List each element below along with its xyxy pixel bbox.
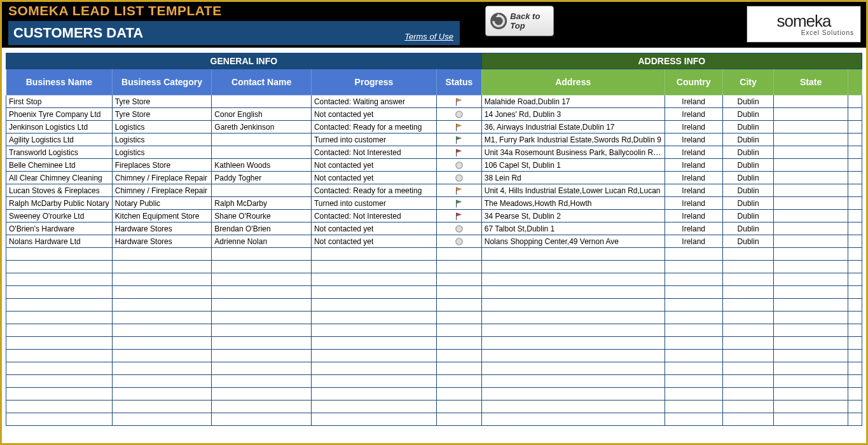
empty-cell[interactable] xyxy=(848,261,862,273)
cell-category[interactable]: Fireplaces Store xyxy=(112,159,212,172)
cell-address[interactable]: The Meadows,Howth Rd,Howth xyxy=(481,197,665,210)
empty-cell[interactable] xyxy=(212,400,312,413)
table-row[interactable]: Jenkinson Logistics LtdLogisticsGareth J… xyxy=(6,121,862,134)
col-status[interactable]: Status xyxy=(436,69,481,95)
cell-extra[interactable] xyxy=(848,95,862,108)
cell-city[interactable]: Dublin xyxy=(722,108,774,121)
empty-cell[interactable] xyxy=(722,261,774,273)
empty-cell[interactable] xyxy=(481,413,665,426)
cell-contact[interactable]: Paddy Togher xyxy=(212,172,312,184)
table-row[interactable]: Lucan Stoves & FireplacesChimney / Firep… xyxy=(6,184,862,197)
cell-progress[interactable]: Contacted: Ready for a meeting xyxy=(311,121,436,134)
col-progress[interactable]: Progress xyxy=(311,69,436,95)
empty-cell[interactable] xyxy=(6,400,113,413)
table-row-empty[interactable] xyxy=(6,337,862,350)
table-row-empty[interactable] xyxy=(6,400,862,413)
empty-cell[interactable] xyxy=(212,350,312,362)
cell-state[interactable] xyxy=(774,184,848,197)
empty-cell[interactable] xyxy=(481,337,665,350)
cell-city[interactable]: Dublin xyxy=(722,172,774,184)
table-row[interactable]: Phoenix Tyre Company LtdTyre StoreConor … xyxy=(6,108,862,121)
cell-contact[interactable] xyxy=(212,184,312,197)
empty-cell[interactable] xyxy=(481,375,665,388)
terms-link[interactable]: Terms of Use xyxy=(404,32,453,41)
cell-progress[interactable]: Contacted: Not Interested xyxy=(311,146,436,159)
empty-cell[interactable] xyxy=(6,286,113,299)
table-row-empty[interactable] xyxy=(6,286,862,299)
empty-cell[interactable] xyxy=(212,299,312,312)
empty-cell[interactable] xyxy=(774,337,848,350)
cell-category[interactable]: Logistics xyxy=(112,121,212,134)
cell-city[interactable]: Dublin xyxy=(722,159,774,172)
col-city[interactable]: City xyxy=(722,69,774,95)
empty-cell[interactable] xyxy=(311,312,436,324)
empty-cell[interactable] xyxy=(212,388,312,400)
empty-cell[interactable] xyxy=(774,299,848,312)
cell-business-name[interactable]: Nolans Hardware Ltd xyxy=(6,235,113,248)
empty-cell[interactable] xyxy=(848,299,862,312)
empty-cell[interactable] xyxy=(848,400,862,413)
empty-cell[interactable] xyxy=(848,413,862,426)
empty-cell[interactable] xyxy=(481,299,665,312)
empty-cell[interactable] xyxy=(212,362,312,375)
cell-contact[interactable]: Brendan O'Brien xyxy=(212,222,312,235)
empty-cell[interactable] xyxy=(774,375,848,388)
cell-extra[interactable] xyxy=(848,210,862,222)
table-row[interactable]: First StopTyre StoreContacted: Waiting a… xyxy=(6,95,862,108)
table-row[interactable]: Sweeney O'rourke LtdKitchen Equipment St… xyxy=(6,210,862,222)
empty-cell[interactable] xyxy=(112,273,212,286)
empty-cell[interactable] xyxy=(112,350,212,362)
table-row-empty[interactable] xyxy=(6,362,862,375)
cell-extra[interactable] xyxy=(848,184,862,197)
empty-cell[interactable] xyxy=(722,400,774,413)
brand-logo[interactable]: someka Excel Solutions xyxy=(747,6,861,43)
cell-state[interactable] xyxy=(774,146,848,159)
empty-cell[interactable] xyxy=(212,312,312,324)
empty-cell[interactable] xyxy=(112,375,212,388)
empty-cell[interactable] xyxy=(722,312,774,324)
table-row[interactable]: Agility Logistics LtdLogisticsTurned int… xyxy=(6,134,862,146)
cell-city[interactable]: Dublin xyxy=(722,146,774,159)
cell-extra[interactable] xyxy=(848,159,862,172)
cell-city[interactable]: Dublin xyxy=(722,134,774,146)
empty-cell[interactable] xyxy=(665,273,722,286)
empty-cell[interactable] xyxy=(311,350,436,362)
empty-cell[interactable] xyxy=(112,299,212,312)
empty-cell[interactable] xyxy=(436,400,481,413)
cell-category[interactable]: Chimney / Fireplace Repair xyxy=(112,184,212,197)
empty-cell[interactable] xyxy=(311,299,436,312)
cell-city[interactable]: Dublin xyxy=(722,210,774,222)
empty-cell[interactable] xyxy=(665,312,722,324)
empty-cell[interactable] xyxy=(6,375,113,388)
cell-progress[interactable]: Not contacted yet xyxy=(311,108,436,121)
cell-category[interactable]: Logistics xyxy=(112,146,212,159)
empty-cell[interactable] xyxy=(665,400,722,413)
empty-cell[interactable] xyxy=(481,388,665,400)
empty-cell[interactable] xyxy=(774,324,848,337)
empty-cell[interactable] xyxy=(6,337,113,350)
table-row[interactable]: Nolans Hardware LtdHardware StoresAdrien… xyxy=(6,235,862,248)
empty-cell[interactable] xyxy=(311,324,436,337)
empty-cell[interactable] xyxy=(848,273,862,286)
cell-address[interactable]: M1, Furry Park Industrial Estate,Swords … xyxy=(481,134,665,146)
cell-status[interactable] xyxy=(436,197,481,210)
empty-cell[interactable] xyxy=(112,413,212,426)
cell-progress[interactable]: Contacted: Waiting answer xyxy=(311,95,436,108)
table-row[interactable]: Belle Cheminee LtdFireplaces StoreKathle… xyxy=(6,159,862,172)
cell-progress[interactable]: Not contacted yet xyxy=(311,235,436,248)
empty-cell[interactable] xyxy=(6,299,113,312)
cell-extra[interactable] xyxy=(848,108,862,121)
cell-contact[interactable] xyxy=(212,146,312,159)
empty-cell[interactable] xyxy=(6,312,113,324)
empty-cell[interactable] xyxy=(6,350,113,362)
empty-cell[interactable] xyxy=(481,286,665,299)
cell-business-name[interactable]: First Stop xyxy=(6,95,113,108)
cell-address[interactable]: Unit 34a Rosemount Business Park, Ballyc… xyxy=(481,146,665,159)
empty-cell[interactable] xyxy=(774,413,848,426)
empty-cell[interactable] xyxy=(212,261,312,273)
empty-cell[interactable] xyxy=(311,400,436,413)
cell-extra[interactable] xyxy=(848,134,862,146)
empty-cell[interactable] xyxy=(311,362,436,375)
col-state[interactable]: State xyxy=(774,69,848,95)
empty-cell[interactable] xyxy=(436,261,481,273)
